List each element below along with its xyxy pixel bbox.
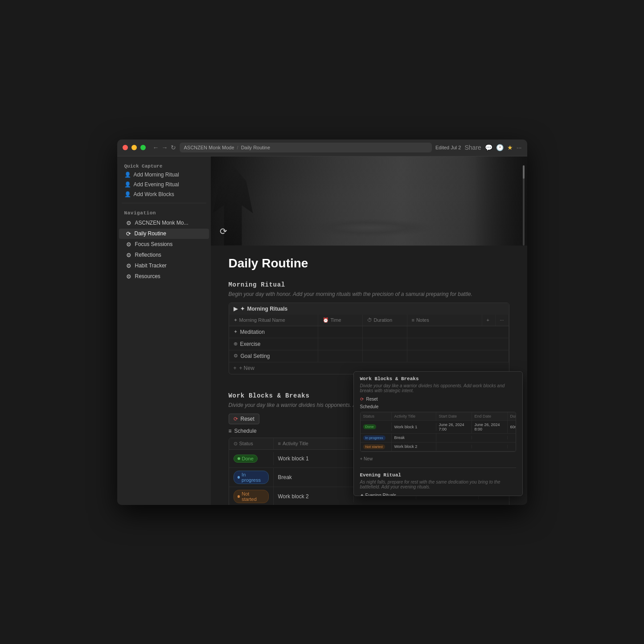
breadcrumb-page: Daily Routine (241, 145, 270, 150)
clock-icon[interactable]: 🕐 (496, 144, 504, 151)
col-notes: ≡ Notes (407, 315, 482, 326)
add-evening-ritual-button[interactable]: 👤 Add Evening Ritual (117, 180, 211, 189)
resources-icon: ⚙ (126, 273, 131, 280)
focus-sessions-icon: ⚙ (126, 241, 131, 248)
maximize-button[interactable] (140, 145, 146, 150)
ritual-name-cell: ⚙ Goal Setting (229, 350, 318, 362)
add-work-blocks-button[interactable]: 👤 Add Work Blocks (117, 189, 211, 199)
activity-title: Work block 1 (278, 455, 309, 462)
duration-cell (363, 350, 407, 362)
activity-title: Work block 2 (278, 493, 309, 500)
meditation-icon: ✦ (234, 329, 238, 335)
table-row[interactable]: ✦ Meditation (229, 326, 509, 338)
sidebar-daily-routine-label: Daily Routine (135, 230, 166, 237)
time-cell (318, 338, 363, 350)
comment-icon[interactable]: 💬 (485, 144, 492, 151)
scrollbar[interactable] (523, 165, 525, 246)
zen-stone-path (302, 219, 436, 237)
popup-status-cell: Done (361, 422, 392, 431)
toolbar-actions: Edited Jul 2 Share 💬 🕐 ★ ··· (435, 144, 522, 151)
share-button[interactable]: Share (464, 144, 481, 151)
popup-duration-cell (508, 436, 516, 439)
scrollbar-thumb[interactable] (523, 165, 525, 179)
notes-icon: ≡ (412, 317, 414, 323)
table-row[interactable]: In progress Break (361, 434, 516, 443)
badge-dot (238, 476, 240, 479)
sidebar-monk-mode-label: ASCNZEN Monk Mo... (135, 220, 189, 226)
sidebar-habit-tracker-label: Habit Tracker (135, 263, 167, 269)
popup-evening-subsection: ✦ Evening Rituals (360, 493, 516, 496)
hero-banner: ⟳ (211, 156, 527, 246)
ritual-name-label: Morning Ritual Name (239, 317, 285, 323)
add-evening-ritual-label: Add Evening Ritual (134, 181, 179, 188)
add-morning-ritual-button[interactable]: 👤 Add Morning Ritual (117, 170, 211, 180)
evening-subsection-icon: ✦ (360, 493, 364, 496)
status-badge-done: Done (234, 455, 258, 463)
goal-setting-label: Goal Setting (241, 353, 270, 359)
sidebar-item-resources[interactable]: ⚙ Resources (119, 271, 209, 282)
address-bar[interactable]: ASCNZEN Monk Mode / Daily Routine (180, 143, 432, 152)
sidebar-item-daily-routine[interactable]: ⟳ Daily Routine (119, 229, 209, 239)
meditation-label: Meditation (240, 329, 265, 335)
monk-mode-icon: ⚙ (126, 220, 131, 226)
work-blocks-icon: 👤 (124, 191, 131, 197)
app-body: Quick Capture 👤 Add Morning Ritual 👤 Add… (117, 156, 527, 505)
sidebar-resources-label: Resources (135, 273, 160, 279)
star-icon[interactable]: ★ (507, 144, 513, 151)
badge-label: Not started (242, 491, 264, 502)
popup-reset-label[interactable]: Reset (366, 397, 378, 402)
browser-chrome: ← → ↻ ASCNZEN Monk Mode / Daily Routine … (117, 139, 527, 156)
popup-badge-progress: In progress (363, 435, 386, 440)
col-more[interactable]: ··· (496, 315, 509, 326)
activity-cell: Work block 2 (274, 491, 354, 502)
morning-rituals-toggle-icon: ▶ (234, 306, 238, 312)
status-icon: ⊙ (234, 441, 238, 447)
popup-badge-done: Done (363, 424, 376, 429)
evening-ritual-icon: 👤 (124, 181, 131, 188)
refresh-arrow[interactable]: ↻ (171, 144, 176, 151)
ritual-name-icon: ✦ (234, 317, 238, 323)
popup-end-cell (472, 445, 508, 448)
popup-status-cell: In progress (361, 434, 392, 442)
table-row[interactable]: Done Work block 1 June 26, 2024 7:00 Jun… (361, 421, 516, 434)
table-row[interactable]: ⊕ Exercise (229, 338, 509, 350)
popup-add-new[interactable]: + New (360, 455, 516, 463)
back-arrow[interactable]: ← (153, 144, 159, 151)
badge-label: Done (242, 456, 254, 461)
morning-rituals-label: Morning Rituals (247, 306, 288, 312)
ritual-name-cell: ✦ Meditation (229, 326, 318, 338)
sidebar-item-reflections[interactable]: ⚙ Reflections (119, 250, 209, 260)
col-status: ⊙ Status (229, 438, 274, 449)
col-add[interactable]: + (482, 315, 496, 326)
add-new-label: + New (239, 365, 254, 371)
popup-start-cell (436, 436, 472, 439)
more-icon[interactable]: ··· (517, 144, 522, 151)
forward-arrow[interactable]: → (162, 144, 168, 151)
notes-label: Notes (416, 317, 429, 323)
popup-status-cell: Not started (361, 443, 392, 451)
table-row[interactable]: ⚙ Goal Setting (229, 350, 509, 362)
close-button[interactable] (123, 145, 128, 150)
sidebar-item-focus-sessions[interactable]: ⚙ Focus Sessions (119, 239, 209, 250)
col-ritual-name: ✦ Morning Ritual Name (229, 315, 318, 326)
reset-button[interactable]: ⟳ Reset (229, 414, 259, 424)
table-row[interactable]: Not started Work block 2 (361, 443, 516, 451)
reflections-icon: ⚙ (126, 252, 131, 258)
col-activity: ≡ Activity Title (274, 438, 354, 449)
daily-routine-icon: ⟳ (126, 230, 131, 237)
popup-start-cell (436, 445, 472, 448)
badge-dot (238, 495, 240, 498)
popup-duration-cell (508, 445, 516, 448)
duration-label: Duration (374, 317, 393, 323)
goal-setting-icon: ⚙ (234, 353, 238, 359)
status-badge-progress: In progress (234, 471, 269, 484)
add-new-icon: + (234, 365, 237, 371)
minimize-button[interactable] (131, 145, 137, 150)
morning-rituals-header[interactable]: ▶ ✦ Morning Rituals (229, 303, 509, 315)
time-cell (318, 326, 363, 338)
morning-ritual-icon: 👤 (124, 172, 131, 178)
sidebar-item-habit-tracker[interactable]: ⚙ Habit Tracker (119, 261, 209, 271)
popup-evening-desc: As night falls, prepare for rest with th… (360, 480, 516, 489)
sidebar-item-monk-mode[interactable]: ⚙ ASCNZEN Monk Mo... (119, 218, 209, 228)
page-icon: ⟳ (220, 226, 227, 237)
